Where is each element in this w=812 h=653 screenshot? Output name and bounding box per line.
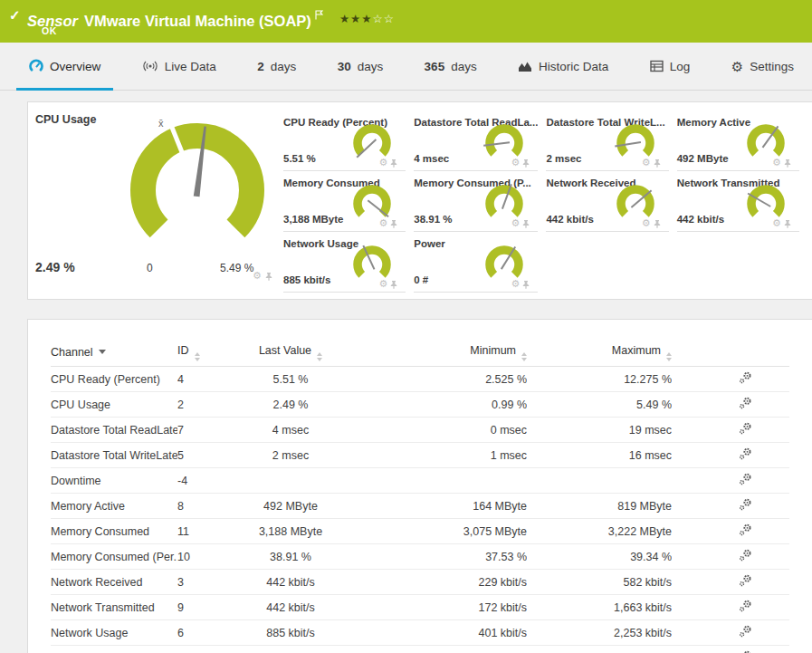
gauge-value: 442 kbit/s: [677, 214, 724, 225]
channels-table-header: ChannelIDLast ValueMinimumMaximum: [51, 339, 789, 367]
gauge-tile: Memory Active492 MByte⚙: [677, 110, 799, 171]
pin-icon[interactable]: [521, 280, 530, 289]
channel-row: CPU Usage22.49 %0.99 %5.49 %: [51, 392, 789, 418]
tab-30-days[interactable]: 30days: [329, 43, 393, 90]
col-header-min[interactable]: Minimum: [349, 344, 527, 361]
pin-icon[interactable]: [783, 158, 792, 168]
log-icon: [650, 60, 664, 72]
col-header-label: Maximum: [612, 344, 661, 357]
pin-icon[interactable]: [389, 158, 398, 168]
channel-row: Network Usage6885 kbit/s401 kbit/s2,253 …: [51, 620, 789, 646]
channel-minimum: 164 MByte: [349, 500, 527, 513]
gauge-actions: ⚙: [378, 158, 398, 168]
pin-icon[interactable]: [389, 280, 398, 289]
channel-maximum: 2,253 kbit/s: [527, 627, 672, 639]
channel-id: 7: [177, 424, 232, 437]
channel-last-value: 2.49 %: [232, 399, 349, 411]
gauge-tile: Datastore Total WriteL...2 msec⚙: [546, 110, 668, 171]
channel-minimum: 0 msec: [349, 424, 527, 437]
channel-id: 11: [177, 525, 232, 538]
channel-minimum: 229 kbit/s: [349, 576, 527, 589]
channel-id: 6: [177, 627, 232, 639]
gear-icon[interactable]: ⚙: [253, 271, 262, 281]
gear-icon[interactable]: ⚙: [378, 218, 387, 228]
star-icon[interactable]: ★: [350, 13, 361, 25]
tab-bar: OverviewLive Data2days30days365daysHisto…: [0, 43, 812, 91]
edit-channel-icon[interactable]: [738, 370, 753, 385]
col-header-id[interactable]: ID: [177, 344, 232, 361]
channel-last-value: 5.51 %: [232, 373, 349, 386]
gauge-actions: ⚙: [642, 158, 662, 168]
channel-actions: [672, 447, 789, 464]
channel-name: Memory Consumed (Per...: [51, 551, 177, 563]
star-icon[interactable]: ☆: [384, 13, 395, 25]
channel-actions: [672, 573, 789, 591]
star-icon[interactable]: ★: [361, 13, 372, 25]
tab-historic-data[interactable]: Historic Data: [509, 43, 617, 90]
pin-icon[interactable]: [521, 158, 530, 168]
col-header-last[interactable]: Last Value: [232, 344, 349, 361]
tab-2-days[interactable]: 2days: [248, 43, 305, 90]
tab-settings[interactable]: ⚙Settings: [722, 43, 803, 90]
channel-name: Network Transmitted: [51, 601, 177, 614]
edit-channel-icon[interactable]: [738, 599, 753, 613]
gear-icon[interactable]: ⚙: [772, 158, 781, 168]
gauge-tile: Memory Consumed (P...38.91 %⚙: [414, 171, 538, 232]
edit-channel-icon[interactable]: [738, 447, 753, 461]
channel-actions: [672, 370, 789, 388]
channel-row: Network Transmitted9442 kbit/s172 kbit/s…: [51, 595, 789, 620]
gauge-actions: ⚙: [772, 158, 792, 168]
col-header-channel[interactable]: Channel: [51, 346, 177, 359]
star-icon[interactable]: ★: [339, 13, 350, 25]
pin-icon[interactable]: [783, 219, 792, 228]
channel-actions: [672, 497, 789, 514]
flag-icon[interactable]: [315, 6, 323, 23]
gauge-actions: ⚙: [378, 279, 398, 289]
gear-icon[interactable]: ⚙: [772, 218, 781, 228]
gauge-actions: ⚙: [642, 218, 662, 228]
gauge-tile: Datastore Total ReadLa...4 msec⚙: [414, 110, 538, 171]
gear-icon[interactable]: ⚙: [511, 218, 521, 228]
edit-channel-icon[interactable]: [738, 421, 753, 436]
pin-icon[interactable]: [521, 219, 530, 228]
gauge-value: 5.51 %: [283, 153, 316, 164]
channel-name: Memory Consumed: [51, 525, 177, 538]
col-header-max[interactable]: Maximum: [527, 344, 672, 361]
tab-live-data[interactable]: Live Data: [133, 43, 225, 90]
channel-name: Datastore Total ReadLate...: [51, 424, 177, 437]
edit-channel-icon[interactable]: [738, 548, 753, 562]
gauge-value: 4 msec: [414, 153, 449, 164]
gear-icon[interactable]: ⚙: [642, 158, 651, 168]
edit-channel-icon[interactable]: [738, 573, 753, 588]
channel-row: Memory Active8492 MByte164 MByte819 MByt…: [51, 494, 789, 519]
tab-overview[interactable]: Overview: [20, 43, 110, 90]
pin-icon[interactable]: [389, 219, 398, 228]
star-icon[interactable]: ☆: [373, 13, 384, 25]
gear-icon[interactable]: ⚙: [378, 158, 387, 168]
channel-id: 2: [177, 399, 232, 411]
gear-icon[interactable]: ⚙: [642, 218, 651, 228]
channel-minimum: 0.99 %: [349, 399, 527, 411]
pin-icon[interactable]: [653, 158, 662, 168]
col-header-label: Last Value: [259, 344, 311, 357]
edit-channel-icon[interactable]: [738, 649, 753, 653]
edit-channel-icon[interactable]: [738, 624, 753, 639]
gear-icon[interactable]: ⚙: [511, 158, 521, 168]
pin-icon[interactable]: [653, 219, 662, 228]
channel-name: Network Usage: [51, 627, 177, 639]
channel-row: Downtime-4: [51, 468, 789, 494]
gauge-actions: ⚙: [511, 218, 531, 228]
edit-channel-icon[interactable]: [738, 497, 753, 512]
gear-icon[interactable]: ⚙: [378, 279, 387, 289]
historic-data-icon: [518, 60, 532, 72]
tab-log[interactable]: Log: [641, 43, 700, 90]
status-check-icon: ✓: [9, 7, 21, 24]
edit-channel-icon[interactable]: [738, 472, 753, 486]
channel-minimum: 3,075 MByte: [349, 525, 527, 538]
tab-365-days[interactable]: 365days: [416, 43, 486, 90]
gear-icon[interactable]: ⚙: [511, 279, 521, 289]
pin-icon[interactable]: [264, 272, 273, 281]
edit-channel-icon[interactable]: [738, 396, 753, 410]
edit-channel-icon[interactable]: [738, 523, 753, 537]
channel-minimum: 1 msec: [349, 449, 527, 462]
